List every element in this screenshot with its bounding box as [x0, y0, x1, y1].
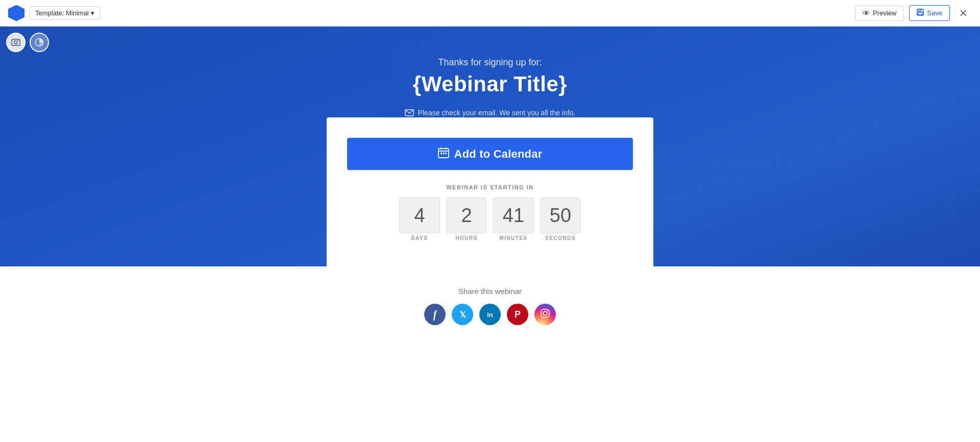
hero-title: {Webinar Title}	[405, 72, 576, 96]
instagram-button[interactable]	[534, 304, 556, 325]
countdown-minutes: 41 MINUTES	[493, 198, 534, 241]
seconds-label: SECONDS	[545, 235, 576, 241]
nav-right-area: 👁 Preview Save ✕	[855, 5, 972, 21]
twitter-button[interactable]: 𝕏	[452, 304, 473, 325]
linkedin-button[interactable]: in	[479, 304, 501, 325]
nav-left-area: Template: Minimal ▾	[8, 5, 100, 21]
color-edit-button[interactable]	[30, 33, 49, 52]
hours-label: HOURS	[455, 235, 478, 241]
save-icon	[917, 9, 924, 17]
hours-value: 2	[446, 198, 487, 233]
twitter-icon: 𝕏	[459, 310, 466, 320]
seconds-value: 50	[540, 198, 581, 233]
card-overlay: Add to Calendar WEBINAR IS STARTING IN 4…	[327, 117, 653, 266]
calendar-icon	[438, 147, 449, 161]
instagram-icon	[540, 308, 550, 321]
email-note-text: Please check your email. We sent you all…	[418, 109, 576, 117]
countdown-hours: 2 HOURS	[446, 198, 487, 241]
social-icons-row: f 𝕏 in P	[424, 304, 556, 325]
add-to-calendar-button[interactable]: Add to Calendar	[347, 138, 633, 170]
svg-rect-1	[919, 9, 921, 11]
close-button[interactable]: ✕	[955, 5, 972, 21]
hero-banner: Thanks for signing up for: {Webinar Titl…	[0, 27, 980, 266]
linkedin-icon: in	[487, 311, 493, 318]
add-to-calendar-label: Add to Calendar	[454, 148, 543, 161]
days-label: DAYS	[411, 235, 428, 241]
save-button[interactable]: Save	[909, 5, 950, 21]
days-value: 4	[399, 198, 440, 233]
svg-point-5	[18, 40, 19, 41]
top-navigation: Template: Minimal ▾ 👁 Preview Save ✕	[0, 0, 980, 27]
countdown-row: 4 DAYS 2 HOURS 41 MINUTES 50 SECONDS	[399, 198, 581, 241]
preview-label: Preview	[873, 9, 896, 17]
hero-text-area: Thanks for signing up for: {Webinar Titl…	[405, 27, 576, 117]
preview-button[interactable]: 👁 Preview	[855, 6, 904, 21]
main-content: Thanks for signing up for: {Webinar Titl…	[0, 27, 980, 442]
svg-rect-14	[445, 153, 447, 154]
chevron-down-icon: ▾	[91, 9, 94, 17]
countdown-days: 4 DAYS	[399, 198, 440, 241]
svg-point-16	[543, 311, 547, 315]
minutes-value: 41	[493, 198, 534, 233]
svg-point-4	[14, 41, 17, 44]
hero-email-note: Please check your email. We sent you all…	[405, 109, 576, 117]
pinterest-icon: P	[514, 309, 521, 320]
svg-rect-2	[918, 12, 923, 15]
template-dropdown[interactable]: Template: Minimal ▾	[30, 6, 100, 20]
facebook-icon: f	[433, 309, 437, 321]
share-label: Share this webinar	[458, 287, 522, 296]
eye-icon: 👁	[863, 9, 870, 17]
countdown-seconds: 50 SECONDS	[540, 198, 581, 241]
image-edit-button[interactable]	[6, 33, 26, 52]
bottom-section: Share this webinar f 𝕏 in P	[0, 266, 980, 335]
svg-rect-12	[440, 153, 442, 154]
hero-subtitle: Thanks for signing up for:	[405, 57, 576, 68]
minutes-label: MINUTES	[499, 235, 528, 241]
facebook-button[interactable]: f	[424, 304, 446, 325]
save-label: Save	[927, 9, 942, 17]
svg-rect-13	[443, 153, 444, 154]
app-logo	[8, 5, 24, 21]
svg-point-17	[547, 310, 548, 311]
hero-edit-controls	[6, 33, 49, 52]
webinar-starting-label: WEBINAR IS STARTING IN	[446, 184, 534, 190]
pinterest-button[interactable]: P	[507, 304, 528, 325]
template-label: Template: Minimal	[35, 9, 89, 17]
